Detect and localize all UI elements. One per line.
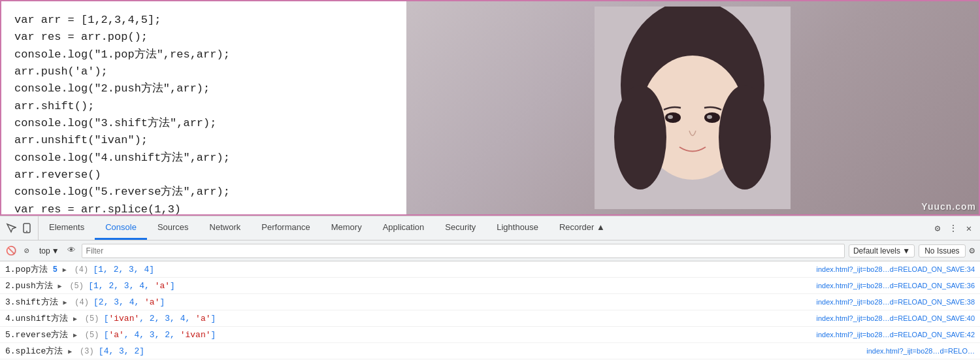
- row6-label: 6.splice方法: [5, 346, 68, 356]
- console-row-5-content: 5.reverse方法 ▶ (5) ['a', 4, 3, 2, 'ivan']: [5, 329, 811, 340]
- tab-application[interactable]: Application: [372, 216, 435, 240]
- row2-arr[interactable]: [1, 2, 3, 4, 'a']: [88, 281, 175, 291]
- devtools-icons-left: [0, 216, 39, 240]
- console-row-3-content: 3.shift方法 ▶ (4) [2, 3, 4, 'a']: [5, 296, 811, 308]
- top-section: var arr = [1,2,3,4,5]; var res = arr.pop…: [0, 0, 980, 216]
- tab-performance[interactable]: Performance: [251, 216, 320, 240]
- row1-arrcount: (4): [74, 265, 93, 274]
- row5-arrcount: (5): [85, 331, 104, 340]
- row1-triangle[interactable]: ▶: [63, 266, 69, 274]
- row3-arr[interactable]: [2, 3, 4, 'a']: [93, 297, 165, 307]
- row4-arr[interactable]: ['ivan', 2, 3, 4, 'a']: [104, 314, 216, 323]
- devtools-icons-right: ⚙ ⋮ ✕: [926, 216, 980, 240]
- settings-icon[interactable]: ⚙: [932, 222, 943, 234]
- top-context-button[interactable]: top ▼: [37, 245, 62, 257]
- devtools-bar: Elements Console Sources Network Perform…: [0, 216, 980, 240]
- default-levels-button[interactable]: Default levels ▼: [849, 244, 915, 257]
- console-row-4-content: 4.unshift方法 ▶ (5) ['ivan', 2, 3, 4, 'a']: [5, 312, 811, 324]
- filter-input[interactable]: [82, 244, 845, 258]
- row1-file[interactable]: index.html?_ijt=bo28…d=RELOAD_ON_SAVE:34: [816, 265, 975, 273]
- svg-point-4: [719, 85, 771, 190]
- row4-label: 4.unshift方法: [5, 314, 73, 323]
- watermark: Yuucn.com: [921, 201, 976, 212]
- code-panel: var arr = [1,2,3,4,5]; var res = arr.pop…: [1, 1, 406, 214]
- row1-num: 5: [53, 265, 57, 274]
- console-row-2: 2.push方法 ▶ (5) [1, 2, 3, 4, 'a'] index.h…: [0, 278, 980, 294]
- clear-console-icon[interactable]: 🚫: [5, 245, 17, 257]
- tab-recorder[interactable]: Recorder ▲: [549, 216, 615, 240]
- row5-label: 5.reverse方法: [5, 330, 73, 340]
- row3-arrcount: (4): [74, 298, 93, 307]
- svg-point-3: [614, 85, 666, 190]
- row6-triangle[interactable]: ▶: [68, 348, 74, 356]
- code-content: var arr = [1,2,3,4,5]; var res = arr.pop…: [14, 12, 393, 214]
- row3-triangle[interactable]: ▶: [63, 299, 69, 306]
- row4-file[interactable]: index.html?_ijt=bo28…d=RELOAD_ON_SAVE:40: [816, 314, 975, 322]
- eye-icon[interactable]: 👁: [66, 245, 78, 257]
- svg-point-10: [26, 231, 27, 232]
- row3-file[interactable]: index.html?_ijt=bo28…d=RELOAD_ON_SAVE:38: [816, 298, 975, 306]
- tab-sources[interactable]: Sources: [147, 216, 199, 240]
- row6-arrcount: (3): [80, 347, 99, 356]
- console-row-2-content: 2.push方法 ▶ (5) [1, 2, 3, 4, 'a']: [5, 280, 811, 291]
- console-row-3: 3.shift方法 ▶ (4) [2, 3, 4, 'a'] index.htm…: [0, 294, 980, 310]
- face-image: [406, 1, 979, 214]
- console-row-6: 6.splice方法 ▶ (3) [4, 3, 2] index.html?_i…: [0, 343, 980, 359]
- face-svg: [595, 7, 791, 209]
- row5-arr[interactable]: ['a', 4, 3, 2, 'ivan']: [104, 330, 216, 340]
- devtools-bottom: 🚫 ⊘ top ▼ 👁 Default levels ▼ No Issues ⚙…: [0, 240, 980, 364]
- block-icon[interactable]: ⊘: [21, 245, 33, 257]
- inspect-icon[interactable]: [5, 222, 17, 234]
- console-output: 1.pop方法 5 ▶ (4) [1, 2, 3, 4] index.html?…: [0, 261, 980, 364]
- more-icon[interactable]: ⋮: [947, 222, 959, 234]
- row5-file[interactable]: index.html?_ijt=bo28…d=RELOAD_ON_SAVE:42: [816, 331, 975, 339]
- tab-elements[interactable]: Elements: [39, 216, 95, 240]
- tab-console[interactable]: Console: [95, 216, 147, 240]
- console-row-5: 5.reverse方法 ▶ (5) ['a', 4, 3, 2, 'ivan']…: [0, 327, 980, 343]
- device-icon[interactable]: [21, 222, 33, 234]
- row6-file[interactable]: index.html?_ijt=bo28…d=RELO…: [866, 347, 975, 355]
- console-row-1-content: 1.pop方法 5 ▶ (4) [1, 2, 3, 4]: [5, 263, 811, 275]
- no-issues-button[interactable]: No Issues: [919, 244, 965, 257]
- tab-memory[interactable]: Memory: [321, 216, 372, 240]
- image-panel: Yuucn.com: [406, 1, 979, 214]
- svg-point-6: [704, 112, 720, 123]
- row1-arr[interactable]: [1, 2, 3, 4]: [93, 265, 154, 274]
- row5-triangle[interactable]: ▶: [73, 331, 80, 339]
- devtools-tabs: Elements Console Sources Network Perform…: [39, 216, 926, 240]
- tab-network[interactable]: Network: [199, 216, 252, 240]
- row2-file[interactable]: index.html?_ijt=bo28…d=RELOAD_ON_SAVE:36: [816, 282, 975, 290]
- row2-arrcount: (5): [69, 282, 88, 291]
- svg-point-8: [707, 115, 712, 119]
- tab-lighthouse[interactable]: Lighthouse: [486, 216, 549, 240]
- console-toolbar: 🚫 ⊘ top ▼ 👁 Default levels ▼ No Issues ⚙: [0, 240, 980, 261]
- row1-label: 1.pop方法: [5, 265, 53, 274]
- row6-arr[interactable]: [4, 3, 2]: [99, 346, 144, 356]
- svg-point-5: [665, 112, 681, 123]
- console-settings-icon[interactable]: ⚙: [970, 245, 975, 256]
- console-row-4: 4.unshift方法 ▶ (5) ['ivan', 2, 3, 4, 'a']…: [0, 310, 980, 327]
- row4-arrcount: (5): [85, 314, 104, 323]
- console-row-6-content: 6.splice方法 ▶ (3) [4, 3, 2]: [5, 345, 861, 357]
- console-row-1: 1.pop方法 5 ▶ (4) [1, 2, 3, 4] index.html?…: [0, 261, 980, 278]
- row3-label: 3.shift方法: [5, 297, 63, 307]
- tab-security[interactable]: Security: [434, 216, 486, 240]
- svg-point-7: [668, 115, 673, 119]
- row4-triangle[interactable]: ▶: [73, 315, 80, 323]
- row2-label: 2.push方法: [5, 281, 58, 291]
- close-icon[interactable]: ✕: [963, 222, 975, 234]
- row2-triangle[interactable]: ▶: [58, 282, 65, 290]
